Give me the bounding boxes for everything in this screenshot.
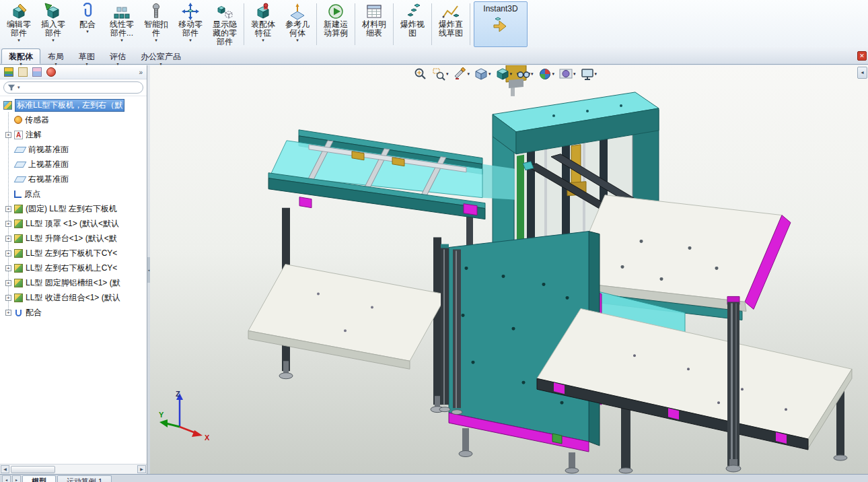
annotations-icon [14,131,23,139]
edit-appearance-button[interactable]: ▾ [538,67,555,81]
tree-filter-box: ▾ [3,81,143,94]
tree-item-sensors[interactable]: 传感器 [0,112,147,127]
expand-icon[interactable]: + [5,221,11,227]
explode-line-sketch-button[interactable]: 爆炸直线草图 [434,1,468,47]
tree-item-top-plane[interactable]: 上视基准面 [0,157,147,172]
dropdown-arrow-icon: ▾ [296,38,299,42]
smart-fasteners-button[interactable]: 智能扣件 ▾ [139,1,173,47]
toolbar-separator [431,3,432,45]
tree-item-component-lift-table[interactable]: + LL型 升降台<1> (默认<默 [0,231,147,246]
view-orientation-icon [474,67,488,81]
apply-scene-icon [559,67,573,81]
display-style-icon [496,67,509,81]
reference-geometry-icon [289,3,306,20]
component-icon [14,264,23,273]
model-tabs-bar: ◂ ▸ 模型 运动算例 1 [0,474,868,482]
overflow-chevron-icon[interactable]: » [139,69,143,76]
bill-of-materials-button[interactable]: 材料明细表 [357,1,391,47]
move-component-button[interactable]: 移动零部件 ▾ [174,1,207,47]
exploded-view-button[interactable]: 爆炸视图 [396,1,429,47]
expand-icon[interactable]: + [5,250,11,256]
insert-component-button[interactable]: 插入零部件 ▾ [36,1,70,47]
plane-icon [14,147,27,153]
tree-item-annotations[interactable]: + 注解 [0,127,147,142]
left-lower-shelf[interactable] [248,265,447,413]
linear-component-pattern-button[interactable]: 线性零部件... ▾ [105,1,139,47]
feature-manager-panel: » ▾ 标准LL型下板机，左到右（默 传感器 + [0,65,147,474]
filter-funnel-icon[interactable] [7,83,15,92]
instant3d-button[interactable]: Instant3D [474,1,528,47]
assembly-features-button[interactable]: 装配体特征 ▾ [246,1,280,47]
motion-study-tab[interactable]: 运动算例 1 [57,475,112,482]
section-view-button[interactable]: ▾ [454,67,470,81]
view-orientation-button[interactable]: ▾ [474,67,491,81]
show-hidden-components-button[interactable]: 显示隐藏的零部件 ▾ [208,1,242,47]
task-pane-collapse-icon[interactable]: ◂ [857,67,867,79]
tree-item-mates[interactable]: + 配合 [0,305,147,320]
edit-component-button[interactable]: 编辑零部件 ▾ [2,1,36,47]
linear-pattern-icon [113,3,131,20]
propertymanager-tab-icon[interactable] [18,67,28,77]
tree-root-item[interactable]: 标准LL型下板机，左到右（默 [0,98,147,112]
expand-icon[interactable]: + [5,310,11,316]
expand-icon[interactable]: + [5,236,11,242]
plane-icon [14,176,27,182]
expand-icon[interactable]: + [5,295,11,301]
edit-component-icon [10,3,28,20]
tree-children: 传感器 + 注解 前视基准面 上视基准面 [0,112,147,320]
component-icon [14,205,23,213]
scroll-right-icon[interactable]: ▶ [137,465,146,473]
tree-item-component-fixed-base[interactable]: + (固定) LL型 左到右下板机 [0,201,147,216]
tree-item-component-top-cover[interactable]: + LL型 顶罩 <1> (默认<默认 [0,216,147,231]
instant3d-icon [492,15,509,33]
hide-show-items-button[interactable]: ▾ [517,67,534,81]
tab-scroll-left-icon[interactable]: ◂ [2,475,11,482]
expand-icon[interactable]: + [5,206,11,212]
graphics-area[interactable]: ▾ ▾ ▾ ▾ ▾ ▾ ▾ ▾ Z X Y ◂ [150,65,868,474]
tab-evaluate[interactable]: 评估 ▾ [102,48,133,64]
tree-item-right-plane[interactable]: 右视基准面 [0,172,147,186]
tab-assembly[interactable]: 装配体 ▾ [1,48,40,64]
model-canvas[interactable] [150,65,868,474]
tab-layout[interactable]: 布局 ▾ [40,48,71,64]
mate-button[interactable]: 配合 ▾ [71,1,104,47]
tree-filter-input[interactable] [22,83,139,92]
glasses-icon [517,67,530,81]
command-manager: 编辑零部件 ▾ 插入零部件 ▾ 配合 ▾ 线性零部件... ▾ 智能扣件 ▾ 移… [0,0,868,47]
toolbar-separator [244,3,244,45]
display-style-button[interactable]: ▾ [496,67,513,81]
main-area: » ▾ 标准LL型下板机，左到右（默 传感器 + [0,65,868,474]
zoom-to-area-button[interactable]: ▾ [432,67,449,81]
filter-dropdown-arrow-icon[interactable]: ▾ [17,85,20,90]
expand-icon[interactable]: + [5,132,11,138]
tab-sketch[interactable]: 草图 ▾ [71,48,102,64]
zoom-to-fit-button[interactable] [414,67,427,81]
featuremanager-tab-icon[interactable] [4,67,13,77]
dropdown-arrow-icon: ▾ [120,38,123,42]
section-view-icon [454,67,467,81]
apply-scene-button[interactable]: ▾ [559,67,576,81]
tree-item-component-foot-channel[interactable]: + LL型 固定脚铝槽组<1> (默 [0,275,147,290]
expand-icon[interactable]: + [5,280,11,286]
expand-icon[interactable]: + [5,265,11,271]
configurationmanager-tab-icon[interactable] [32,67,42,77]
component-icon [14,234,23,243]
tree-item-origin[interactable]: 原点 [0,186,147,201]
new-motion-study-button[interactable]: 新建运动算例 [319,1,353,47]
tree-item-component-lower-cy[interactable]: + LL型 左到右下板机下CY< [0,246,147,261]
scrollbar-thumb[interactable] [11,466,55,473]
tab-scroll-right-icon[interactable]: ▸ [12,475,21,482]
tree-item-front-plane[interactable]: 前视基准面 [0,142,147,157]
explode-line-sketch-icon [442,3,460,20]
reference-geometry-button[interactable]: 参考几何体 ▾ [281,1,314,47]
model-tab[interactable]: 模型 [22,475,56,482]
tab-office-products[interactable]: 办公室产品 ▾ [133,48,188,64]
front-leg-extrusion[interactable] [726,296,741,472]
tree-item-component-retract-table[interactable]: + LL型 收进台组合<1> (默认 [0,290,147,305]
dimxpertmanager-tab-icon[interactable] [46,67,56,77]
close-icon[interactable]: ✕ [857,51,867,61]
scroll-left-icon[interactable]: ◀ [1,465,9,473]
tree-item-component-upper-cy[interactable]: + LL型 左到右下板机上CY< [0,261,147,275]
assembly-icon [3,101,12,110]
view-settings-button[interactable]: ▾ [581,67,598,81]
